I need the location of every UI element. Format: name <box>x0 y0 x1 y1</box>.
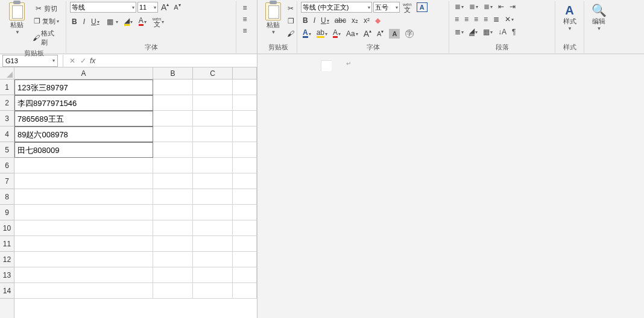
word-clear-format-button[interactable]: ◆ <box>373 15 382 26</box>
align-left-button[interactable]: ≡ <box>453 14 461 25</box>
word-grow-font-button[interactable]: A▴ <box>362 28 373 40</box>
asian-layout-button[interactable]: ✕▾ <box>503 14 516 25</box>
decrease-indent-button[interactable]: ⇤ <box>496 1 506 12</box>
align-middle-button[interactable]: ≡ <box>240 14 250 24</box>
word-change-case-button[interactable]: Aa▾ <box>344 28 360 39</box>
align-center-button[interactable]: ≡ <box>462 14 470 25</box>
para-borders-button[interactable]: ▦▾ <box>481 26 494 37</box>
cell-C2[interactable] <box>193 95 233 111</box>
show-marks-button[interactable]: ¶ <box>510 26 517 37</box>
cell-A4[interactable]: 89赵六008978 <box>14 126 153 142</box>
copy-button[interactable]: ❐ 复制 ▾ <box>30 15 62 27</box>
cell-C4[interactable] <box>193 126 233 142</box>
sort-button[interactable]: ↓A <box>496 26 508 37</box>
cell-C5[interactable] <box>193 142 233 158</box>
word-document-area[interactable]: ↵ <box>257 54 644 318</box>
fill-color-button[interactable]: ◢▾ <box>122 16 134 27</box>
row-header-1[interactable]: 1 <box>0 80 14 95</box>
shrink-font-button[interactable]: A▾ <box>172 2 182 12</box>
row-header-11[interactable]: 11 <box>0 236 14 252</box>
word-char-border-button[interactable]: A <box>415 1 429 13</box>
row-header-4[interactable]: 4 <box>0 126 14 142</box>
paste-dropdown-icon[interactable]: ▼ <box>15 30 20 35</box>
word-format-painter-button[interactable]: 🖌 <box>284 28 297 40</box>
word-font-color-button[interactable]: A▾ <box>331 28 343 39</box>
word-shrink-font-button[interactable]: A▾ <box>375 29 385 39</box>
word-italic-button[interactable]: I <box>312 15 317 26</box>
cell-C1[interactable] <box>193 80 233 95</box>
grow-font-button[interactable]: A▴ <box>159 1 171 13</box>
align-top-button[interactable]: ≡ <box>240 3 250 13</box>
cell-A2[interactable]: 李四8977971546 <box>14 95 153 111</box>
cell-B2[interactable] <box>153 95 193 111</box>
formula-input[interactable] <box>98 55 257 67</box>
font-color-button[interactable]: A▾ <box>137 16 148 27</box>
word-phonetic-guide-button[interactable]: wén文 <box>401 1 414 13</box>
cut-button[interactable]: ✂ 剪切 <box>30 2 62 14</box>
paste-button[interactable]: 粘贴 ▼ <box>6 1 28 36</box>
row-header-5[interactable]: 5 <box>0 142 14 158</box>
row-header-9[interactable]: 9 <box>0 205 14 220</box>
row-header-13[interactable]: 13 <box>0 267 14 283</box>
bold-button[interactable]: B <box>70 16 79 27</box>
cell-A5[interactable]: 田七808009 <box>14 142 153 158</box>
italic-button[interactable]: I <box>81 16 87 27</box>
row-header-2[interactable]: 2 <box>0 95 14 111</box>
styles-button[interactable]: A 样式 ▼ <box>559 1 580 33</box>
row-header-7[interactable]: 7 <box>0 173 14 189</box>
copy-dropdown-icon[interactable]: ▾ <box>57 19 59 24</box>
bullets-button[interactable]: ≣▾ <box>453 1 466 12</box>
underline-button[interactable]: U▾ <box>89 16 101 27</box>
column-header-cutoff[interactable] <box>233 67 257 79</box>
cell-B4[interactable] <box>153 126 193 142</box>
word-underline-button[interactable]: U▾ <box>319 15 331 26</box>
column-header-B[interactable]: B <box>153 67 193 79</box>
word-text-effects-button[interactable]: A▾ <box>301 28 313 39</box>
row-header-12[interactable]: 12 <box>0 252 14 267</box>
word-enclose-char-button[interactable]: 字 <box>403 28 415 39</box>
accept-edit-icon[interactable]: ✓ <box>80 57 86 65</box>
select-all-triangle[interactable] <box>0 67 14 80</box>
multilevel-list-button[interactable]: ≣▾ <box>482 1 494 12</box>
align-justify-button[interactable]: ≡ <box>482 14 490 25</box>
row-header-3[interactable]: 3 <box>0 111 14 126</box>
line-spacing-button[interactable]: ≣▾ <box>453 26 466 37</box>
row-header-14[interactable]: 14 <box>0 283 14 299</box>
shading-button[interactable]: ◢▾ <box>467 26 479 37</box>
font-name-combo[interactable]: 等线 ▾ <box>70 2 136 13</box>
cell-A8[interactable] <box>14 189 153 205</box>
word-superscript-button[interactable]: x² <box>362 15 371 26</box>
cell-A9[interactable] <box>14 205 153 220</box>
numbering-button[interactable]: ≣▾ <box>467 1 480 12</box>
cell-A10[interactable] <box>14 220 153 236</box>
cell-A12[interactable] <box>14 252 153 267</box>
word-subscript-button[interactable]: x₂ <box>350 15 360 26</box>
cell-A13[interactable] <box>14 267 153 283</box>
word-bold-button[interactable]: B <box>301 15 310 26</box>
fx-label[interactable]: fx <box>90 57 95 65</box>
increase-indent-button[interactable]: ⇥ <box>508 1 517 12</box>
word-char-shading-button[interactable]: A <box>387 28 402 40</box>
word-font-name-combo[interactable]: 等线 (中文正文)▾ <box>301 2 372 13</box>
cell-A6[interactable] <box>14 158 153 173</box>
cell-A7[interactable] <box>14 173 153 189</box>
word-copy-button[interactable]: ❐ <box>284 15 297 27</box>
editing-dropdown-icon[interactable]: ▼ <box>597 26 602 31</box>
cell-A14[interactable] <box>14 283 153 299</box>
cancel-edit-icon[interactable]: ✕ <box>69 57 75 65</box>
borders-button[interactable]: ▦▾ <box>104 16 120 28</box>
word-paste-button[interactable]: 粘贴 ▼ <box>264 1 283 36</box>
cell-B3[interactable] <box>153 111 193 126</box>
word-font-size-combo[interactable]: 五号▾ <box>373 2 400 13</box>
column-header-C[interactable]: C <box>193 67 233 79</box>
cell-A3[interactable]: 7865689王五 <box>14 111 153 126</box>
word-strike-button[interactable]: abc <box>333 15 348 26</box>
row-header-6[interactable]: 6 <box>0 158 14 173</box>
phonetic-guide-button[interactable]: wén文 ▾ <box>151 16 166 28</box>
distribute-button[interactable]: ≣ <box>491 14 501 25</box>
cell-C3[interactable] <box>193 111 233 126</box>
cell-A11[interactable] <box>14 236 153 252</box>
cell-B1[interactable] <box>153 80 193 95</box>
align-bottom-button[interactable]: ≡ <box>240 26 250 36</box>
styles-dropdown-icon[interactable]: ▼ <box>567 26 572 31</box>
